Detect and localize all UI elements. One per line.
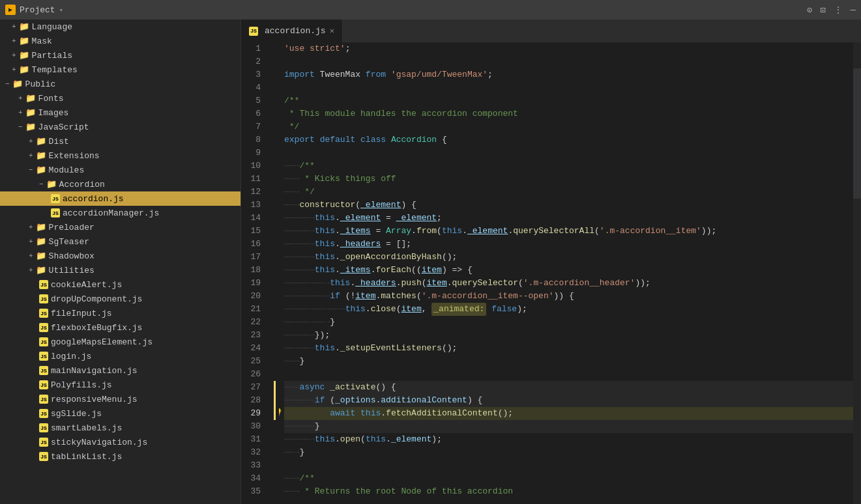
- code-line-35: ——→ * Returns the root Node of this acco…: [284, 485, 853, 498]
- code-line-26: [284, 368, 853, 381]
- js-file-icon: JS: [39, 309, 48, 318]
- settings-icon[interactable]: ⊙: [807, 5, 812, 16]
- code-line-10: ——→/**: [284, 160, 853, 173]
- js-file-icon: JS: [39, 352, 48, 361]
- code-line-1: 'use strict';: [284, 42, 853, 55]
- sidebar-item-accordion-folder[interactable]: − 📁 Accordion: [0, 177, 241, 191]
- sidebar-item-dist[interactable]: + 📁 Dist: [0, 134, 241, 148]
- js-file-icon: JS: [39, 409, 48, 418]
- js-file-icon: JS: [39, 294, 48, 303]
- code-line-17: ——→——→this._openAccordionByHash();: [284, 251, 853, 264]
- sidebar-item-tablinklist[interactable]: JS tabLinkList.js: [0, 449, 241, 464]
- code-line-28: ——→——→if (_options.additionalContent) {: [284, 394, 853, 407]
- minimize-icon[interactable]: —: [851, 5, 856, 15]
- gutter: [274, 42, 279, 504]
- sidebar-item-modules[interactable]: − 📁 Modules: [0, 163, 241, 177]
- minimap-scrollbar[interactable]: [853, 42, 861, 504]
- code-line-33: [284, 459, 853, 472]
- sidebar-item-sgteaser[interactable]: + 📁 SgTeaser: [0, 234, 241, 249]
- sidebar-item-smartlabels[interactable]: JS smartLabels.js: [0, 421, 241, 435]
- code-line-2: [284, 55, 853, 68]
- sidebar[interactable]: + 📁 Language + 📁 Mask + 📁 Partials + 📁 T…: [0, 20, 241, 504]
- js-file-icon: JS: [51, 194, 60, 203]
- code-line-34: ——→/**: [284, 472, 853, 485]
- code-line-27: ——→async _activate() {: [284, 381, 853, 394]
- sidebar-item-accordion-js[interactable]: JS accordion.js: [0, 191, 241, 206]
- sidebar-item-utilities[interactable]: + 📁 Utilities: [0, 263, 241, 277]
- js-file-icon: JS: [39, 395, 48, 404]
- editor-tab-accordion-js[interactable]: JS accordion.js ✕: [241, 20, 343, 42]
- editor-area: JS accordion.js ✕ 1 2 3 4 5 6 7 8 9 10 1…: [241, 20, 861, 504]
- code-line-30: ——→——→}: [284, 420, 853, 433]
- code-line-9: [284, 147, 853, 160]
- sidebar-item-mask[interactable]: + 📁 Mask: [0, 34, 241, 48]
- sidebar-item-flexboxiebugfix[interactable]: JS flexboxIeBugfix.js: [0, 320, 241, 335]
- code-line-18: ——→——→this._items.forEach((item) => {: [284, 264, 853, 277]
- code-line-31: ——→——→this.open(this._element);: [284, 433, 853, 446]
- js-file-icon: JS: [39, 280, 48, 289]
- code-line-25: ——→}: [284, 355, 853, 368]
- code-line-21: ——→——→——→——→this.close(item, _animated: …: [284, 303, 853, 316]
- code-line-14: ——→——→this._element = _element;: [284, 212, 853, 225]
- js-file-icon: JS: [39, 438, 48, 447]
- line-numbers: 1 2 3 4 5 6 7 8 9 10 11 12 13 14 15 16 1…: [241, 42, 274, 504]
- tab-close-button[interactable]: ✕: [330, 26, 334, 36]
- title-bar: ▶ Project ▾ ⊙ ⊡ ⋮ —: [0, 0, 861, 20]
- sidebar-item-fileinput[interactable]: JS fileInput.js: [0, 306, 241, 320]
- sidebar-item-partials[interactable]: + 📁 Partials: [0, 48, 241, 63]
- sidebar-item-cookiealert[interactable]: JS cookieAlert.js: [0, 277, 241, 292]
- code-line-32: ——→}: [284, 446, 853, 459]
- js-file-icon: JS: [51, 208, 60, 217]
- code-line-13: ——→constructor(_element) {: [284, 199, 853, 212]
- more-icon[interactable]: ⋮: [834, 5, 843, 16]
- code-content[interactable]: 'use strict'; import TweenMax from 'gsap…: [279, 42, 853, 504]
- title-bar-actions: ⊙ ⊡ ⋮ —: [807, 5, 856, 16]
- sidebar-item-stickynav[interactable]: JS stickyNavigation.js: [0, 435, 241, 449]
- sidebar-item-polyfills[interactable]: JS Polyfills.js: [0, 378, 241, 392]
- sidebar-item-images[interactable]: + 📁 Images: [0, 105, 241, 120]
- sidebar-item-accordion-manager-js[interactable]: JS accordionManager.js: [0, 206, 241, 220]
- code-line-6: * This module handles the accordion comp…: [284, 107, 853, 120]
- code-line-12: ——→ */: [284, 186, 853, 199]
- sidebar-item-googlemapselement[interactable]: JS googleMapsElement.js: [0, 335, 241, 349]
- code-line-29: 💡 ——→——→——→await this.fetchAdditionalCon…: [284, 407, 853, 420]
- code-line-3: import TweenMax from 'gsap/umd/TweenMax'…: [284, 68, 853, 81]
- sidebar-item-javascript[interactable]: − 📁 JavaScript: [0, 120, 241, 134]
- title-arrow[interactable]: ▾: [59, 6, 64, 14]
- js-file-icon: JS: [39, 366, 48, 375]
- sidebar-item-shadowbox[interactable]: + 📁 Shadowbox: [0, 249, 241, 263]
- sidebar-item-public[interactable]: − 📁 Public: [0, 77, 241, 91]
- sidebar-item-extensions[interactable]: + 📁 Extensions: [0, 148, 241, 163]
- project-icon: ▶: [5, 5, 16, 15]
- sidebar-item-sgslide[interactable]: JS sgSlide.js: [0, 406, 241, 421]
- code-line-7: */: [284, 120, 853, 133]
- code-line-20: ——→——→——→if (!item.matches('.m-accordion…: [284, 290, 853, 303]
- js-file-icon: JS: [39, 323, 48, 332]
- code-line-24: ——→——→this._setupEventListeners();: [284, 342, 853, 355]
- layout-icon[interactable]: ⊡: [820, 5, 825, 16]
- sidebar-item-login[interactable]: JS login.js: [0, 349, 241, 363]
- code-line-8: export default class Accordion {: [284, 133, 853, 147]
- js-file-icon: JS: [39, 380, 48, 389]
- sidebar-item-language[interactable]: + 📁 Language: [0, 20, 241, 34]
- tab-bar: JS accordion.js ✕: [241, 20, 861, 42]
- sidebar-item-mainnavigation[interactable]: JS mainNavigation.js: [0, 363, 241, 378]
- sidebar-item-fonts[interactable]: + 📁 Fonts: [0, 91, 241, 105]
- code-line-16: ——→——→this._headers = [];: [284, 238, 853, 251]
- main-layout: + 📁 Language + 📁 Mask + 📁 Partials + 📁 T…: [0, 20, 861, 504]
- code-line-23: ——→——→});: [284, 329, 853, 342]
- sidebar-item-responsivemenu[interactable]: JS responsiveMenu.js: [0, 392, 241, 406]
- code-line-4: [284, 81, 853, 94]
- code-line-15: ——→——→this._items = Array.from(this._ele…: [284, 225, 853, 238]
- tab-filename: accordion.js: [265, 26, 326, 36]
- code-line-19: ——→——→——→this._headers.push(item.querySe…: [284, 277, 853, 290]
- scroll-thumb[interactable]: [853, 68, 861, 199]
- js-file-icon: JS: [39, 452, 48, 461]
- sidebar-item-preloader[interactable]: + 📁 Preloader: [0, 220, 241, 234]
- code-line-22: ——→——→——→}: [284, 316, 853, 329]
- title-bar-title: Project: [20, 5, 55, 15]
- sidebar-item-templates[interactable]: + 📁 Templates: [0, 63, 241, 77]
- code-editor[interactable]: 1 2 3 4 5 6 7 8 9 10 11 12 13 14 15 16 1…: [241, 42, 861, 504]
- js-file-icon: JS: [39, 337, 48, 346]
- sidebar-item-dropupcomponent[interactable]: JS dropUpComponent.js: [0, 292, 241, 306]
